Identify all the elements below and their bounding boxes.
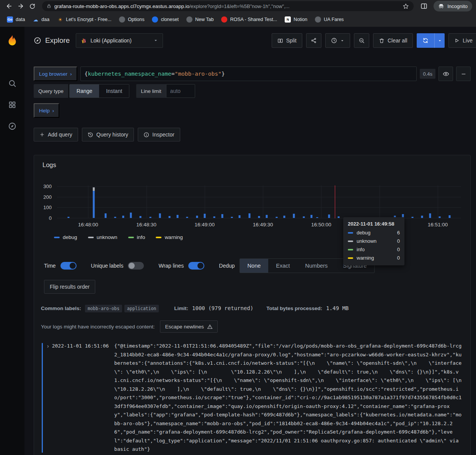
split-button[interactable]: Split [272,33,302,48]
share-button[interactable] [306,33,321,48]
expand-chevron-icon[interactable]: › [47,342,49,351]
history-icon [88,132,93,138]
bookmark-item[interactable]: cloneset [148,14,183,25]
datasource-picker[interactable]: Loki (Application) [76,33,163,48]
legend-item-unknown[interactable]: unknown [88,234,117,240]
logs-volume-bar [159,213,161,218]
legend-label: unknown [97,234,117,240]
bar-segment-unknown [93,187,95,191]
bar-segment-debug [439,216,441,218]
query-duration-badge: 0.4s [420,69,435,79]
bar-segment-debug [316,217,318,218]
bookmark-item[interactable]: Godata [3,14,29,25]
incognito-badge[interactable]: Incognito [434,1,472,11]
bar-segment-debug [284,216,285,218]
apps-icon[interactable] [3,96,21,114]
query-history-button[interactable]: Query history [82,128,134,141]
bookmark-item[interactable]: NNotion [281,14,311,25]
split-label: Split [286,37,297,44]
bar-segment-debug [149,217,151,218]
live-button[interactable]: Live [448,33,476,48]
back-icon[interactable] [4,1,15,11]
incognito-icon [438,3,444,9]
legend-label: debug [63,234,77,240]
bookmark-item[interactable]: UA Fares [311,14,347,25]
flip-row: Flip results order [40,280,464,294]
dedup-option-exact[interactable]: Exact [268,259,297,273]
reload-icon[interactable] [27,1,37,11]
bar-segment-debug [275,217,277,218]
tooltip-row: info0 [348,247,400,252]
lets-encrypt-favicon-icon: ☀ [57,16,63,23]
help-button[interactable]: Help › [34,103,59,118]
bookmark-label: Let's Encrypt - Free... [66,17,111,22]
query-visibility-button[interactable] [439,67,453,81]
add-query-button[interactable]: Add query [34,128,78,141]
add-query-label: Add query [48,132,72,138]
query-history-label: Query history [96,132,128,138]
refresh-button[interactable] [417,33,434,48]
incognito-label: Incognito [447,3,468,9]
logs-volume-bar [275,217,277,218]
logs-volume-bar [221,214,223,218]
bookmark-item[interactable]: ☀Let's Encrypt - Free... [53,14,115,25]
legend-item-info[interactable]: info [128,234,145,240]
bookmark-item[interactable]: New Tab [183,14,217,25]
dedup-option-none[interactable]: None [240,259,269,273]
forward-icon[interactable] [15,1,26,11]
time-toggle[interactable] [60,262,77,270]
address-bar[interactable]: grafana-route-mobb-aro-obs.apps.cl7cymgx… [42,1,414,11]
flip-results-order-button[interactable]: Flip results order [44,280,95,294]
escape-newlines-button[interactable]: Escape newlines [160,320,217,333]
logs-panel: Logs 0100200300 16:48:0016:48:3016:49:00… [34,155,471,455]
explore-compass-icon[interactable] [3,117,21,135]
bookmark-item[interactable]: Options [115,14,148,25]
bookmark-item[interactable]: ☁daa [29,14,53,25]
query-token: "mobb-aro-obs" [175,71,222,77]
tooltip-series-label: debug [357,230,370,236]
lock-icon [47,4,51,8]
bookmark-label: data [16,17,25,22]
inspector-button[interactable]: Inspector [138,128,180,141]
logs-volume-bar [303,216,305,218]
logs-volume-bar [169,216,171,218]
logs-chart-plot [57,185,461,218]
clear-all-button[interactable]: Clear all [373,33,413,48]
wrap-lines-toggle[interactable] [188,262,204,270]
query-type-range[interactable]: Range [70,84,99,98]
log-browser-button[interactable]: Log browser › [34,67,77,81]
zoom-out-button[interactable] [354,33,369,48]
legend-item-debug[interactable]: debug [54,234,77,240]
datasource-name: Loki (Application) [90,37,131,44]
log-rows: ›2022-11-01 16:51:06{"@timestamp":"2022-… [40,342,464,454]
logs-volume-bar [204,214,205,218]
time-picker-button[interactable] [325,33,350,48]
escape-notice: Your logs might have incorrectly escaped… [41,324,155,330]
grafana-logo-icon[interactable] [6,34,19,47]
bookmark-item[interactable]: ROSA - Shared Test... [217,14,281,25]
line-limit-input[interactable] [166,84,195,98]
logs-volume-bar [311,215,313,218]
logs-volume-bar [293,214,295,218]
search-icon[interactable] [3,74,21,93]
bookmark-label: ROSA - Shared Test... [230,17,277,22]
refresh-interval-caret[interactable] [434,33,445,48]
explore-header: Explore Loki (Application) Split [34,33,476,48]
logs-volume-bar [248,213,250,218]
legend-label: info [137,234,145,240]
log-row[interactable]: ›2022-11-01 16:51:06{"@timestamp":"2022-… [40,342,464,454]
y-gridline [57,197,461,197]
limit-label: Limit: [174,306,188,311]
side-panel-icon[interactable] [418,1,430,11]
line-limit-label: Line limit [136,84,166,98]
remove-query-button[interactable] [456,67,471,81]
query-type-instant[interactable]: Instant [99,84,129,98]
unique-labels-toggle[interactable] [128,262,144,270]
dedup-option-numbers[interactable]: Numbers [298,259,336,273]
legend-swatch [54,237,60,238]
query-input[interactable]: {kubernetes_namespace_name="mobb-aro-obs… [80,67,417,81]
query-token: } [222,71,225,77]
bookmark-star-icon[interactable] [403,3,409,10]
x-gridline [147,185,147,218]
legend-item-warning[interactable]: warning [156,234,183,240]
